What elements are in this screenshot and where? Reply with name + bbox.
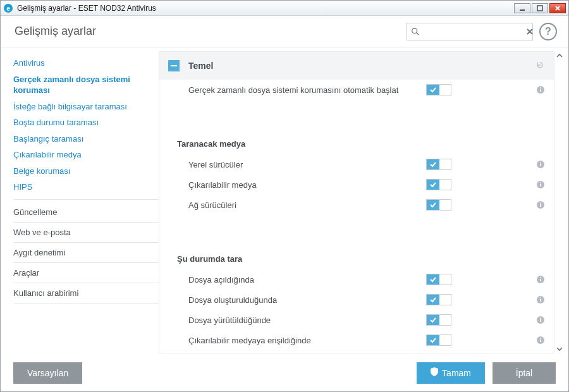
setting-row: Çıkarılabilir medyaya erişildiğinde [159,330,554,350]
reset-icon[interactable] [535,60,545,72]
minimize-button[interactable] [514,3,530,13]
svg-point-4 [412,28,417,33]
sidebar-sub-antivirus[interactable]: Antivirus [13,55,159,71]
svg-rect-26 [540,317,541,319]
spacer [159,116,554,133]
info-icon[interactable] [536,200,545,209]
defaults-label: Varsayılan [27,368,68,378]
app-icon: e [3,3,13,13]
defaults-button[interactable]: Varsayılan [13,362,82,384]
setting-row: Dosya açıldığında [159,269,554,290]
toggle-switch[interactable] [426,314,451,326]
section-title: Temel [188,61,535,71]
svg-rect-14 [540,182,541,183]
setting-row: Çıkarılabilir medya [159,175,554,195]
sidebar-sub-removable[interactable]: Çıkarılabilir medya [13,147,159,163]
setting-label: Dosya oluşturulduğunda [188,295,426,305]
svg-rect-16 [540,204,541,207]
collapse-icon[interactable] [168,60,180,71]
info-icon[interactable] [536,336,545,345]
info-icon[interactable] [536,85,545,94]
svg-rect-8 [540,87,541,89]
toggle-switch[interactable] [426,84,451,95]
help-icon: ? [545,26,551,37]
setting-label: Yerel sürücüler [188,160,426,169]
page-title: Gelişmiş ayarlar [15,25,407,38]
topbar: Gelişmiş ayarlar ? [1,16,568,47]
toggle-switch[interactable] [426,294,451,305]
scroll-up-icon[interactable] [555,51,564,60]
toggle-switch[interactable] [426,274,451,285]
info-icon[interactable] [536,295,545,304]
spacer [159,100,554,116]
sidebar-sub-hips[interactable]: HIPS [13,179,159,195]
subhead-scanon: Şu durumda tara [159,248,554,269]
setting-label: Gerçek zamanlı dosya sistemi korumasını … [188,85,426,95]
svg-rect-2 [520,9,525,11]
sidebar-sub-startup[interactable]: Başlangıç taraması [13,131,159,147]
scrollbar[interactable] [554,51,565,353]
sidebar-sub-document[interactable]: Belge koruması [13,163,159,180]
setting-label: Dosya açıldığında [188,275,426,285]
svg-rect-17 [540,202,541,204]
sidebar-sub-idle[interactable]: Boşta durumu taraması [13,114,159,131]
svg-rect-11 [540,162,541,163]
info-icon[interactable] [536,160,545,169]
body: Antivirus Gerçek zamanlı dosya sistemi k… [1,47,568,353]
window-title: Gelişmiş ayarlar - ESET NOD32 Antivirus [17,4,514,13]
svg-rect-19 [540,279,541,281]
search-input[interactable] [420,27,526,36]
search-icon [411,27,420,36]
setting-label: Çıkarılabilir medya [188,180,426,190]
setting-row: Dosya yürütüldüğünde [159,310,554,330]
info-icon[interactable] [536,315,545,324]
main-panel: Temel Gerçek zamanlı dosya sistemi korum… [159,51,554,353]
svg-text:e: e [6,5,10,12]
search-box[interactable] [407,23,533,40]
toggle-switch[interactable] [426,334,451,346]
main-wrap: Temel Gerçek zamanlı dosya sistemi korum… [159,51,565,353]
setting-row: Dosya oluşturulduğunda [159,290,554,310]
sidebar-item-device[interactable]: Aygıt denetimi [13,243,159,263]
svg-rect-3 [537,6,542,11]
maximize-button[interactable] [532,3,548,13]
toggle-switch[interactable] [426,199,451,211]
sidebar: Antivirus Gerçek zamanlı dosya sistemi k… [1,51,159,353]
footer: Varsayılan Tamam İptal [1,353,568,391]
sidebar-item-ui[interactable]: Kullanıcı arabirimi [13,283,159,303]
sidebar-item-update[interactable]: Güncelleme [13,202,159,223]
setting-label: Ağ sürücüleri [188,200,426,210]
svg-rect-10 [540,164,541,166]
setting-label: Dosya yürütüldüğünde [188,315,426,325]
svg-rect-28 [540,340,541,342]
scroll-down-icon[interactable] [555,345,564,353]
spacer [159,231,554,248]
ok-label: Tamam [442,368,471,378]
setting-row: Gerçek zamanlı dosya sistemi korumasını … [159,80,554,100]
ok-button[interactable]: Tamam [417,362,485,384]
sidebar-item-web[interactable]: Web ve e-posta [13,223,159,243]
svg-line-5 [417,32,419,35]
subhead-media: Taranacak medya [159,133,554,154]
sidebar-sub-ondemand[interactable]: İsteğe bağlı bilgisayar taraması [13,99,159,115]
sidebar-sublist: Antivirus Gerçek zamanlı dosya sistemi k… [13,55,159,200]
svg-rect-7 [540,89,541,92]
clear-search-icon[interactable] [526,28,534,35]
window-buttons [514,3,566,13]
sidebar-item-tools[interactable]: Araçlar [13,263,159,283]
cancel-button[interactable]: İptal [493,362,556,384]
toggle-switch[interactable] [426,179,451,190]
section-header-basic[interactable]: Temel [159,52,554,80]
sidebar-sub-realtime[interactable]: Gerçek zamanlı dosya sistemi koruması [13,71,159,99]
setting-row: Yerel sürücüler [159,154,554,175]
setting-row: Ağ sürücüleri [159,195,554,215]
setting-label: Çıkarılabilir medyaya erişildiğinde [188,336,426,345]
help-button[interactable]: ? [539,23,557,40]
toggle-switch[interactable] [426,159,451,170]
info-icon[interactable] [536,275,545,284]
info-icon[interactable] [536,180,545,189]
svg-rect-20 [540,277,541,278]
svg-rect-22 [540,299,541,302]
shield-icon [431,367,438,378]
close-button[interactable] [549,3,566,13]
